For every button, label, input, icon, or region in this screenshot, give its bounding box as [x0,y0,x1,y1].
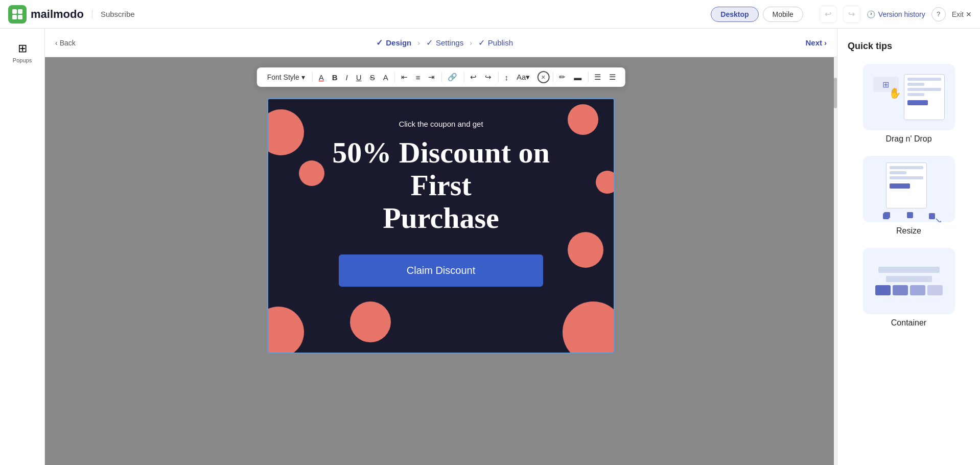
dnd-cursor: ✋ [889,87,901,99]
main-layout: ⊞ Popups ‹ Back ✓ Design › ✓ Settings › [0,29,980,465]
container-box-4 [927,285,943,295]
claim-discount-button[interactable]: Claim Discount [339,254,543,287]
quick-tips-title: Quick tips [848,41,970,52]
toolbar-divider-6 [552,72,553,82]
scrollbar-thumb[interactable] [834,78,837,108]
container-visual [875,267,943,295]
desktop-view-button[interactable]: Desktop [711,7,758,22]
resize-line-2 [890,171,906,174]
container-box-3 [910,285,925,295]
align-left-button[interactable]: ⇤ [398,71,411,84]
dnd-line-4 [907,93,924,96]
chevron-right-icon: › [824,38,827,47]
email-popup[interactable]: Click the coupon and get 50% Discount on… [267,98,615,354]
subscribe-text: Subscribe [92,10,135,18]
drag-drop-label: Drag n' Drop [885,134,931,144]
undo-format-button[interactable]: ↩ [467,71,480,84]
clear-format-button[interactable]: ✏ [556,71,569,84]
undo-button[interactable]: ↩ [820,6,837,23]
container-box-1 [875,285,891,295]
chevron-left-icon: ‹ [55,39,58,47]
unordered-list-button[interactable]: ☰ [606,71,619,84]
dnd-line-1 [907,78,941,81]
ordered-list-button[interactable]: ☰ [591,71,604,84]
resize-handle-tm [907,212,913,218]
tip-resize: ↘ Resize [848,156,970,236]
container-label: Container [891,318,926,328]
decorative-circle-8 [563,301,615,354]
nav-separator-2: › [470,39,472,47]
help-button[interactable]: ? [931,7,946,21]
italic-button[interactable]: I [343,71,351,84]
tip-drag-drop: ⊞ ✋ Drag n' Drop [848,64,970,144]
top-bar: mailmodo Subscribe Desktop Mobile ↩ ↪ 🕐 … [0,0,980,29]
version-history-button[interactable]: 🕐 Version history [867,10,925,18]
content-area: ‹ Back ✓ Design › ✓ Settings › ✓ Publish [45,29,837,465]
top-bar-right: ↩ ↪ 🕐 Version history ? Exit ✕ [820,6,972,23]
popup-subtitle: Click the coupon and get [299,120,583,128]
resize-line-1 [890,166,923,169]
text-color-button[interactable]: A [316,71,327,84]
container-boxes [875,285,943,295]
view-toggle: Desktop Mobile [711,7,803,22]
scrollbar-track[interactable] [834,57,837,465]
resize-handle-tl [884,212,890,218]
popup-inner: Click the coupon and get 50% Discount on… [268,99,614,307]
check-icon-3: ✓ [478,38,485,48]
toolbar-divider-1 [312,72,313,82]
container-line-1 [878,267,940,273]
popup-title: 50% Discount on First Purchase [299,136,583,234]
tip-container: Container [848,248,970,328]
nav-separator-1: › [417,39,420,47]
right-panel: Quick tips ⊞ ✋ Drag [837,29,980,465]
sidebar-item-label: Popups [13,57,32,63]
toolbar-close-button[interactable]: × [537,71,549,83]
mobile-view-button[interactable]: Mobile [763,7,803,22]
line-height-button[interactable]: ↕ [501,71,511,84]
link-button[interactable]: 🔗 [445,71,460,84]
nav-step-design[interactable]: ✓ Design [376,38,411,48]
left-sidebar: ⊞ Popups [0,29,45,465]
drag-drop-illustration: ⊞ ✋ [863,64,955,130]
redo-button[interactable]: ↪ [843,6,860,23]
canvas-area: Font Style ▾ A B I U S A ⇤ ≡ ⇥ 🔗 ↩ ↪ [45,57,837,465]
svg-rect-2 [12,15,17,19]
subscript-button[interactable]: A [380,71,391,84]
check-icon-2: ✓ [426,38,433,48]
strikethrough-button[interactable]: S [367,71,378,84]
font-size-button[interactable]: Aa▾ [514,71,533,84]
dnd-accent-line [907,100,928,105]
resize-accent [890,183,910,189]
back-button[interactable]: ‹ Back [55,39,76,47]
redo-format-button[interactable]: ↪ [482,71,495,84]
dnd-line-3 [907,88,941,91]
nav-steps: ✓ Design › ✓ Settings › ✓ Publish [84,38,806,48]
resize-illustration: ↘ [863,156,955,222]
align-center-button[interactable]: ≡ [413,71,424,84]
email-canvas: Click the coupon and get 50% Discount on… [150,98,732,354]
next-button[interactable]: Next › [805,38,827,47]
sidebar-item-popups[interactable]: ⊞ Popups [8,37,37,68]
dropdown-icon: ▾ [301,73,305,81]
resize-line-3 [890,176,923,179]
formatting-toolbar: Font Style ▾ A B I U S A ⇤ ≡ ⇥ 🔗 ↩ ↪ [257,67,625,87]
svg-rect-3 [18,15,22,19]
underline-button[interactable]: U [353,71,365,84]
logo-text: mailmodo [31,8,84,21]
resize-page [886,162,927,208]
dnd-line-2 [907,83,924,86]
align-right-button[interactable]: ⇥ [425,71,438,84]
nav-step-publish[interactable]: ✓ Publish [478,38,513,48]
container-box-2 [893,285,908,295]
toolbar-divider-3 [441,72,441,82]
logo-icon [8,5,27,24]
close-icon: ✕ [966,10,972,18]
font-style-button[interactable]: Font Style ▾ [263,71,309,83]
highlight-button[interactable]: ▬ [571,71,585,84]
nav-step-settings[interactable]: ✓ Settings [426,38,463,48]
exit-button[interactable]: Exit ✕ [952,10,972,18]
bold-button[interactable]: B [329,71,341,84]
dnd-visual: ⊞ ✋ [873,72,945,123]
check-icon: ✓ [376,38,383,48]
toolbar-divider-4 [463,72,464,82]
